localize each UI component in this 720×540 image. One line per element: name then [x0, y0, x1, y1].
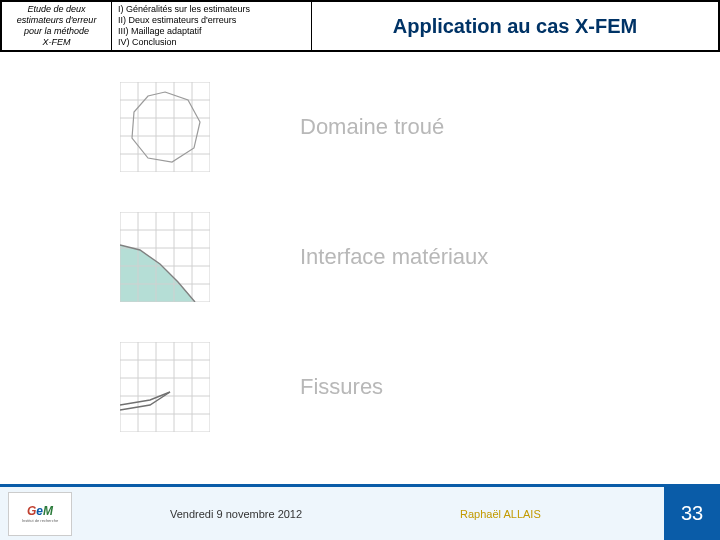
crack-line-icon: [120, 392, 170, 405]
header-left-line1: Etude de deux: [6, 4, 107, 15]
header-left-line3: pour la méthode: [6, 26, 107, 37]
toc-item-ii: II) Deux estimateurs d'erreurs: [118, 15, 305, 26]
row-interface-materiaux: Interface matériaux: [0, 212, 488, 302]
label-interface-materiaux: Interface matériaux: [300, 244, 488, 270]
footer-date: Vendredi 9 novembre 2012: [170, 508, 302, 520]
content-area: Domaine troué Interface matériaux Fissur…: [0, 52, 720, 482]
row-domaine-troue: Domaine troué: [0, 82, 444, 172]
toc-item-iii: III) Maillage adaptatif: [118, 26, 305, 37]
toc-item-i: I) Généralités sur les estimateurs: [118, 4, 305, 15]
slide-title: Application au cas X-FEM: [312, 2, 718, 50]
header-left-line4: X-FEM: [6, 37, 107, 48]
grid-icon: [120, 82, 210, 172]
interface-fill-icon: [120, 245, 195, 302]
header-toc-box: I) Généralités sur les estimateurs II) D…: [112, 2, 312, 50]
hole-polygon-icon: [132, 92, 200, 162]
toc-item-iv: IV) Conclusion: [118, 37, 305, 48]
logo-gem: GeM Institut de recherche: [8, 492, 72, 536]
footer-bar: GeM Institut de recherche Vendredi 9 nov…: [0, 484, 720, 540]
thumb-domaine-troue: [120, 82, 210, 172]
footer-page-number: 33: [664, 487, 720, 540]
label-fissures: Fissures: [300, 374, 383, 400]
logo-subtext: Institut de recherche: [22, 518, 58, 523]
row-fissures: Fissures: [0, 342, 383, 432]
grid-icon: [120, 212, 210, 302]
label-domaine-troue: Domaine troué: [300, 114, 444, 140]
header-left-box: Etude de deux estimateurs d'erreur pour …: [2, 2, 112, 50]
header-left-line2: estimateurs d'erreur: [6, 15, 107, 26]
header-bar: Etude de deux estimateurs d'erreur pour …: [0, 0, 720, 52]
grid-icon: [120, 342, 210, 432]
thumb-fissures: [120, 342, 210, 432]
footer-author: Raphaël ALLAIS: [460, 508, 541, 520]
logo-text: GeM: [27, 504, 53, 518]
thumb-interface-materiaux: [120, 212, 210, 302]
